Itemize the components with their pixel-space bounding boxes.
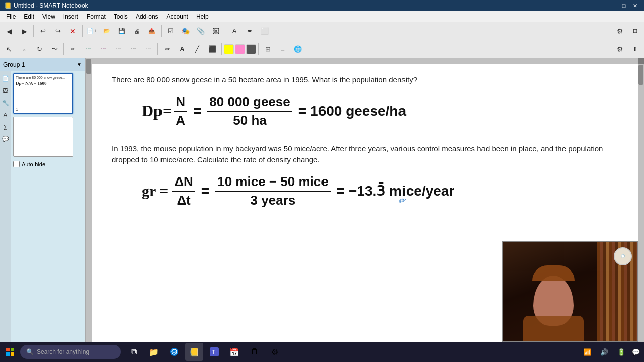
- taskbar-edge[interactable]: [165, 343, 183, 361]
- attach-button[interactable]: 📎: [194, 24, 208, 38]
- menu-edit[interactable]: Edit: [20, 12, 38, 21]
- undo-button[interactable]: ↩: [36, 24, 50, 38]
- search-icon: 🔍: [26, 348, 34, 355]
- minimize-button[interactable]: ─: [608, 2, 618, 10]
- taskbar-sticky-notes[interactable]: 🗒: [246, 343, 264, 361]
- taskbar-battery-icon[interactable]: 🔋: [615, 343, 628, 361]
- restore-button[interactable]: □: [619, 2, 629, 10]
- back-button[interactable]: ◀: [2, 24, 16, 38]
- app-icon: 📒: [4, 2, 12, 9]
- scroll-left-thumb[interactable]: [86, 59, 91, 74]
- question2-text: In 1993, the mouse population in my back…: [112, 143, 618, 166]
- slide-thumbnail-1[interactable]: There are 80 000 snow geese... Dp= N/A =…: [13, 73, 73, 114]
- formula2-frac2: 10 mice − 50 mice 3 years: [215, 174, 330, 208]
- formula2-gr: gr =: [142, 183, 168, 200]
- eraser-button[interactable]: ⬜: [258, 24, 272, 38]
- text-insert[interactable]: A: [175, 42, 189, 56]
- taskbar-settings[interactable]: ⚙: [266, 343, 284, 361]
- pen-tool-5[interactable]: 〰: [126, 42, 140, 56]
- line-tool[interactable]: ╱: [190, 42, 204, 56]
- webcam-clock: 🕐: [614, 247, 632, 265]
- highlight-yellow[interactable]: [224, 44, 234, 54]
- scroll-top[interactable]: [92, 58, 638, 64]
- taskbar-explorer[interactable]: 📁: [145, 343, 163, 361]
- globe-tool[interactable]: 🌐: [291, 42, 305, 56]
- taskbar-teams[interactable]: T: [205, 343, 223, 361]
- settings-button-2[interactable]: ⚙: [613, 42, 627, 56]
- pen-button[interactable]: ✒: [243, 24, 257, 38]
- menu-account[interactable]: Account: [163, 12, 192, 21]
- taskbar-smart-notebook[interactable]: 📒: [185, 343, 203, 361]
- redo-button[interactable]: ↪: [51, 24, 65, 38]
- sidebar-gallery-tool[interactable]: 🖼: [1, 85, 11, 96]
- close-button[interactable]: ✕: [630, 2, 640, 10]
- slide-panel: There are 80 000 snow geese... Dp= N/A =…: [11, 71, 85, 342]
- save-button[interactable]: 💾: [115, 24, 129, 38]
- menu-addons[interactable]: Add-ons: [132, 12, 163, 21]
- pen-tool-2[interactable]: 〰: [81, 42, 95, 56]
- toolbar2-sep-4: [258, 43, 259, 55]
- sidebar-header: Group 1 ▼: [0, 58, 85, 71]
- formula1-n: N: [174, 94, 187, 112]
- sidebar-page-tool[interactable]: 📄: [1, 73, 11, 83]
- menu-tools[interactable]: Tools: [110, 12, 132, 21]
- menu-format[interactable]: Format: [83, 12, 110, 21]
- taskbar-taskview[interactable]: ⧉: [125, 343, 143, 361]
- search-bar[interactable]: 🔍 Search for anything: [20, 345, 121, 359]
- sidebar-properties-tool[interactable]: 🔧: [1, 98, 11, 108]
- open-button[interactable]: 📂: [100, 24, 114, 38]
- select-tool[interactable]: ↖: [2, 42, 16, 56]
- page-content: There are 80 000 snow geese in a 50 hect…: [92, 64, 638, 228]
- freehand-tool[interactable]: 〜: [47, 42, 61, 56]
- scroll-right[interactable]: [638, 64, 644, 342]
- white-page: There are 80 000 snow geese in a 50 hect…: [92, 64, 638, 342]
- expand-button[interactable]: ⊞: [628, 24, 642, 38]
- start-button[interactable]: [0, 342, 20, 362]
- autohide-checkbox[interactable]: [13, 161, 20, 167]
- shape-select-tool[interactable]: ⬦: [17, 42, 31, 56]
- menu-file[interactable]: File: [2, 12, 20, 21]
- pen-tool-1[interactable]: ✏: [66, 42, 80, 56]
- gallery-button[interactable]: 🎭: [179, 24, 193, 38]
- scroll-right-thumb[interactable]: [638, 65, 643, 85]
- forward-button[interactable]: ▶: [17, 24, 31, 38]
- taskbar-right: 📶 🔊 🔋 💬: [581, 343, 644, 361]
- pen-tool-4[interactable]: 〰: [111, 42, 125, 56]
- toolbar2-sep-1: [63, 43, 64, 55]
- text-button[interactable]: A: [227, 24, 242, 38]
- scroll-left[interactable]: [86, 58, 92, 342]
- pen-tool-3[interactable]: 〰: [96, 42, 110, 56]
- taskbar-notification-icon[interactable]: 💬: [632, 348, 640, 356]
- sidebar-text-tool[interactable]: A: [1, 110, 11, 120]
- print-button[interactable]: 🖨: [130, 24, 144, 38]
- menu-help[interactable]: Help: [192, 12, 213, 21]
- formula1-frac2: 80 000 geese 50 ha: [207, 94, 292, 128]
- highlight-dark[interactable]: [246, 44, 256, 54]
- draw-pencil[interactable]: ✏: [160, 42, 174, 56]
- checkbox-button[interactable]: ☑: [164, 24, 178, 38]
- formula1-result: 1600 geese/ha: [310, 103, 406, 119]
- rotate-tool[interactable]: ↻: [32, 42, 46, 56]
- sidebar-response-tool[interactable]: 💬: [1, 134, 11, 144]
- pen-tool-6[interactable]: 〰: [141, 42, 155, 56]
- sidebar-math-tool[interactable]: ∑: [1, 122, 11, 132]
- taskbar-calendar[interactable]: 📅: [225, 343, 244, 361]
- export-button[interactable]: 📤: [145, 24, 159, 38]
- eraser-tool[interactable]: ⬛: [205, 42, 219, 56]
- taskbar-volume-icon[interactable]: 🔊: [598, 343, 611, 361]
- new-page-button[interactable]: 📄+: [85, 24, 99, 38]
- move-up-button[interactable]: ⬆: [628, 42, 642, 56]
- delete-button[interactable]: ✕: [66, 24, 80, 38]
- slide-thumbnail-2[interactable]: 2: [13, 117, 73, 157]
- menu-view[interactable]: View: [38, 12, 59, 21]
- toolbar-right: ⚙ ⊞: [613, 24, 642, 38]
- highlight-pink[interactable]: [235, 44, 245, 54]
- table-tool[interactable]: ≡: [276, 42, 290, 56]
- menu-insert[interactable]: Insert: [59, 12, 83, 21]
- sidebar-dropdown-icon[interactable]: ▼: [77, 62, 82, 67]
- taskbar-network-icon[interactable]: 📶: [581, 343, 594, 361]
- grid-view[interactable]: ⊞: [261, 42, 275, 56]
- settings-gear-button[interactable]: ⚙: [613, 24, 627, 38]
- screen-capture-button[interactable]: 🖼: [209, 24, 223, 38]
- toolbar2-sep-2: [157, 43, 158, 55]
